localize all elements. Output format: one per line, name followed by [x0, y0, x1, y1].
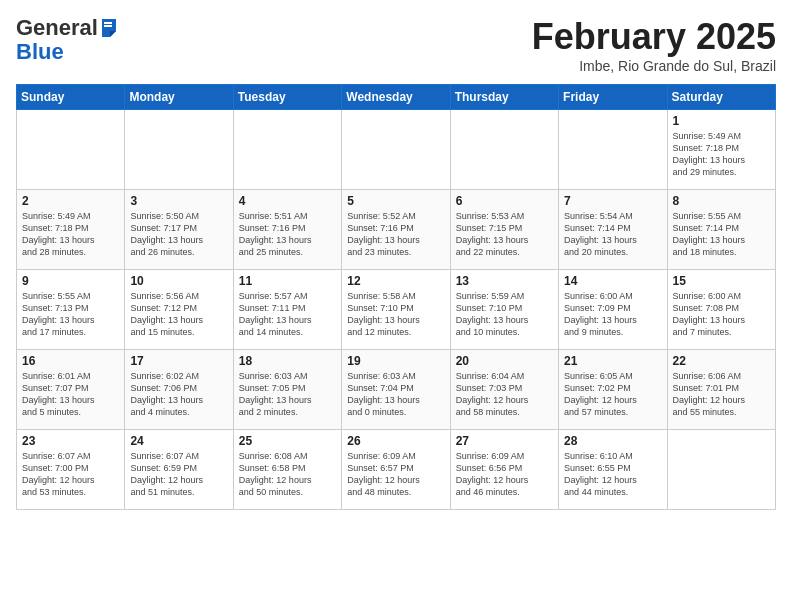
day-info: Sunrise: 6:05 AM Sunset: 7:02 PM Dayligh… [564, 370, 661, 419]
logo-blue: Blue [16, 40, 118, 64]
day-info: Sunrise: 6:00 AM Sunset: 7:09 PM Dayligh… [564, 290, 661, 339]
calendar-cell [342, 110, 450, 190]
location: Imbe, Rio Grande do Sul, Brazil [532, 58, 776, 74]
day-number: 3 [130, 194, 227, 208]
calendar-cell: 11Sunrise: 5:57 AM Sunset: 7:11 PM Dayli… [233, 270, 341, 350]
day-info: Sunrise: 5:51 AM Sunset: 7:16 PM Dayligh… [239, 210, 336, 259]
calendar-cell: 21Sunrise: 6:05 AM Sunset: 7:02 PM Dayli… [559, 350, 667, 430]
calendar-cell: 22Sunrise: 6:06 AM Sunset: 7:01 PM Dayli… [667, 350, 775, 430]
day-info: Sunrise: 6:02 AM Sunset: 7:06 PM Dayligh… [130, 370, 227, 419]
calendar-week-row: 23Sunrise: 6:07 AM Sunset: 7:00 PM Dayli… [17, 430, 776, 510]
day-info: Sunrise: 6:01 AM Sunset: 7:07 PM Dayligh… [22, 370, 119, 419]
calendar-cell: 3Sunrise: 5:50 AM Sunset: 7:17 PM Daylig… [125, 190, 233, 270]
calendar-cell: 1Sunrise: 5:49 AM Sunset: 7:18 PM Daylig… [667, 110, 775, 190]
day-number: 28 [564, 434, 661, 448]
calendar-cell: 13Sunrise: 5:59 AM Sunset: 7:10 PM Dayli… [450, 270, 558, 350]
day-number: 7 [564, 194, 661, 208]
calendar-week-row: 16Sunrise: 6:01 AM Sunset: 7:07 PM Dayli… [17, 350, 776, 430]
calendar-cell: 5Sunrise: 5:52 AM Sunset: 7:16 PM Daylig… [342, 190, 450, 270]
day-number: 2 [22, 194, 119, 208]
calendar-cell: 9Sunrise: 5:55 AM Sunset: 7:13 PM Daylig… [17, 270, 125, 350]
weekday-header: Saturday [667, 85, 775, 110]
day-info: Sunrise: 6:09 AM Sunset: 6:56 PM Dayligh… [456, 450, 553, 499]
calendar-cell: 25Sunrise: 6:08 AM Sunset: 6:58 PM Dayli… [233, 430, 341, 510]
calendar-cell: 23Sunrise: 6:07 AM Sunset: 7:00 PM Dayli… [17, 430, 125, 510]
day-info: Sunrise: 6:08 AM Sunset: 6:58 PM Dayligh… [239, 450, 336, 499]
day-number: 16 [22, 354, 119, 368]
weekday-header: Tuesday [233, 85, 341, 110]
calendar-cell: 18Sunrise: 6:03 AM Sunset: 7:05 PM Dayli… [233, 350, 341, 430]
day-number: 24 [130, 434, 227, 448]
weekday-header: Thursday [450, 85, 558, 110]
calendar-week-row: 9Sunrise: 5:55 AM Sunset: 7:13 PM Daylig… [17, 270, 776, 350]
calendar-week-row: 1Sunrise: 5:49 AM Sunset: 7:18 PM Daylig… [17, 110, 776, 190]
day-number: 21 [564, 354, 661, 368]
calendar-header-row: SundayMondayTuesdayWednesdayThursdayFrid… [17, 85, 776, 110]
day-number: 10 [130, 274, 227, 288]
calendar-cell: 27Sunrise: 6:09 AM Sunset: 6:56 PM Dayli… [450, 430, 558, 510]
calendar-cell [667, 430, 775, 510]
day-number: 22 [673, 354, 770, 368]
day-number: 15 [673, 274, 770, 288]
calendar-cell: 17Sunrise: 6:02 AM Sunset: 7:06 PM Dayli… [125, 350, 233, 430]
day-number: 26 [347, 434, 444, 448]
day-info: Sunrise: 6:03 AM Sunset: 7:04 PM Dayligh… [347, 370, 444, 419]
title-block: February 2025 Imbe, Rio Grande do Sul, B… [532, 16, 776, 74]
day-number: 17 [130, 354, 227, 368]
day-number: 27 [456, 434, 553, 448]
calendar-cell: 8Sunrise: 5:55 AM Sunset: 7:14 PM Daylig… [667, 190, 775, 270]
day-number: 9 [22, 274, 119, 288]
day-info: Sunrise: 5:59 AM Sunset: 7:10 PM Dayligh… [456, 290, 553, 339]
calendar-week-row: 2Sunrise: 5:49 AM Sunset: 7:18 PM Daylig… [17, 190, 776, 270]
day-info: Sunrise: 5:57 AM Sunset: 7:11 PM Dayligh… [239, 290, 336, 339]
day-number: 8 [673, 194, 770, 208]
day-number: 13 [456, 274, 553, 288]
day-info: Sunrise: 6:09 AM Sunset: 6:57 PM Dayligh… [347, 450, 444, 499]
calendar-cell [17, 110, 125, 190]
month-year: February 2025 [532, 16, 776, 58]
day-number: 11 [239, 274, 336, 288]
svg-rect-0 [104, 25, 112, 27]
calendar-cell: 20Sunrise: 6:04 AM Sunset: 7:03 PM Dayli… [450, 350, 558, 430]
calendar-cell: 12Sunrise: 5:58 AM Sunset: 7:10 PM Dayli… [342, 270, 450, 350]
day-number: 4 [239, 194, 336, 208]
logo-general: General [16, 16, 98, 40]
day-info: Sunrise: 6:10 AM Sunset: 6:55 PM Dayligh… [564, 450, 661, 499]
logo-icon [100, 17, 118, 39]
calendar-cell [559, 110, 667, 190]
calendar-cell: 19Sunrise: 6:03 AM Sunset: 7:04 PM Dayli… [342, 350, 450, 430]
calendar-table: SundayMondayTuesdayWednesdayThursdayFrid… [16, 84, 776, 510]
day-info: Sunrise: 5:55 AM Sunset: 7:13 PM Dayligh… [22, 290, 119, 339]
day-number: 1 [673, 114, 770, 128]
day-number: 19 [347, 354, 444, 368]
calendar-cell: 15Sunrise: 6:00 AM Sunset: 7:08 PM Dayli… [667, 270, 775, 350]
calendar-cell: 14Sunrise: 6:00 AM Sunset: 7:09 PM Dayli… [559, 270, 667, 350]
calendar-cell [233, 110, 341, 190]
calendar-cell [450, 110, 558, 190]
day-info: Sunrise: 6:07 AM Sunset: 6:59 PM Dayligh… [130, 450, 227, 499]
day-number: 23 [22, 434, 119, 448]
day-info: Sunrise: 5:53 AM Sunset: 7:15 PM Dayligh… [456, 210, 553, 259]
calendar-cell: 10Sunrise: 5:56 AM Sunset: 7:12 PM Dayli… [125, 270, 233, 350]
calendar-cell: 4Sunrise: 5:51 AM Sunset: 7:16 PM Daylig… [233, 190, 341, 270]
day-info: Sunrise: 5:54 AM Sunset: 7:14 PM Dayligh… [564, 210, 661, 259]
day-info: Sunrise: 5:49 AM Sunset: 7:18 PM Dayligh… [22, 210, 119, 259]
day-number: 14 [564, 274, 661, 288]
day-number: 6 [456, 194, 553, 208]
day-info: Sunrise: 6:04 AM Sunset: 7:03 PM Dayligh… [456, 370, 553, 419]
day-info: Sunrise: 5:49 AM Sunset: 7:18 PM Dayligh… [673, 130, 770, 179]
svg-rect-1 [104, 22, 112, 24]
day-number: 12 [347, 274, 444, 288]
day-info: Sunrise: 6:06 AM Sunset: 7:01 PM Dayligh… [673, 370, 770, 419]
weekday-header: Monday [125, 85, 233, 110]
calendar-cell: 7Sunrise: 5:54 AM Sunset: 7:14 PM Daylig… [559, 190, 667, 270]
weekday-header: Friday [559, 85, 667, 110]
day-info: Sunrise: 5:55 AM Sunset: 7:14 PM Dayligh… [673, 210, 770, 259]
day-info: Sunrise: 5:52 AM Sunset: 7:16 PM Dayligh… [347, 210, 444, 259]
day-info: Sunrise: 5:56 AM Sunset: 7:12 PM Dayligh… [130, 290, 227, 339]
calendar-cell: 28Sunrise: 6:10 AM Sunset: 6:55 PM Dayli… [559, 430, 667, 510]
day-number: 25 [239, 434, 336, 448]
day-number: 20 [456, 354, 553, 368]
calendar-cell: 26Sunrise: 6:09 AM Sunset: 6:57 PM Dayli… [342, 430, 450, 510]
calendar-cell: 16Sunrise: 6:01 AM Sunset: 7:07 PM Dayli… [17, 350, 125, 430]
